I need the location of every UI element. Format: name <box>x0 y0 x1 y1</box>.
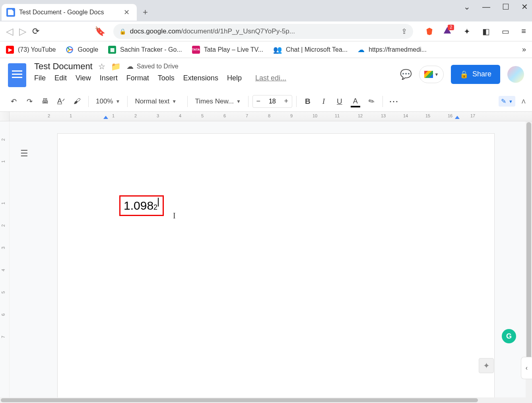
separator <box>382 96 383 107</box>
bookmark-youtube[interactable]: ▶ (73) YouTube <box>6 46 56 54</box>
brave-rewards-icon[interactable]: 2 <box>443 26 452 37</box>
highlighted-text-box: 1.0982 <box>119 195 164 216</box>
document-outline-button[interactable]: ☰ <box>17 146 32 161</box>
document-content[interactable]: 1.0982 <box>119 195 164 216</box>
menu-bar: File Edit View Insert Format Tools Exten… <box>34 74 392 82</box>
reload-button[interactable]: ⟳ <box>32 26 39 37</box>
window-maximize-button[interactable]: ☐ <box>502 2 509 12</box>
wallet-icon[interactable]: ▭ <box>502 27 509 36</box>
ruler-mark: 5 <box>1 291 6 294</box>
font-size-decrease[interactable]: − <box>253 95 264 107</box>
last-edit-link[interactable]: Last edi... <box>255 74 286 82</box>
share-url-icon[interactable]: ⇪ <box>401 27 407 36</box>
save-status-text: Saved to Drive <box>137 63 179 70</box>
grammarly-button[interactable]: G <box>502 329 516 343</box>
tata-icon: TATA <box>192 46 200 54</box>
document-page[interactable]: 1.0982 I <box>57 133 495 403</box>
bookmark-teams[interactable]: 👥 Chat | Microsoft Tea... <box>273 45 348 54</box>
document-area: 211234567 ☰ 1.0982 I G ✦ ‹ <box>0 121 532 403</box>
horizontal-ruler[interactable]: 211234567891011121314151617 <box>0 112 532 121</box>
extensions-icon[interactable]: ✦ <box>464 27 470 36</box>
move-icon[interactable]: 📁 <box>111 62 121 71</box>
vertical-ruler[interactable]: 211234567 <box>0 121 10 403</box>
comments-icon[interactable]: 💬 <box>400 69 412 80</box>
url-text: docs.google.com/document/d/1hP_y_UsnQ7Yo… <box>130 27 295 35</box>
paragraph-style-dropdown[interactable]: Normal text ▼ <box>132 97 183 105</box>
menu-edit[interactable]: Edit <box>54 74 67 82</box>
ruler-mark: 1 <box>70 113 72 118</box>
scrollbar-thumb[interactable] <box>1 398 478 402</box>
scrollbar-thumb[interactable] <box>526 122 531 361</box>
underline-button[interactable]: U <box>332 94 347 109</box>
bold-button[interactable]: B <box>301 94 315 109</box>
new-tab-button[interactable]: + <box>143 7 148 18</box>
share-button[interactable]: 🔒 Share <box>451 65 500 84</box>
menu-file[interactable]: File <box>34 74 46 82</box>
menu-format[interactable]: Format <box>126 74 149 82</box>
toolbar-more-button[interactable]: ⋯ <box>387 94 401 109</box>
undo-button[interactable]: ↶ <box>6 94 21 109</box>
onedrive-icon: ☁ <box>357 45 365 54</box>
window-close-button[interactable]: ✕ <box>521 2 528 12</box>
window-dropdown-icon[interactable]: ⌄ <box>464 2 470 12</box>
menu-view[interactable]: View <box>76 74 91 82</box>
menu-insert[interactable]: Insert <box>100 74 118 82</box>
menu-extensions[interactable]: Extensions <box>183 74 218 82</box>
brave-shield-icon[interactable] <box>425 27 434 36</box>
italic-button[interactable]: I <box>316 94 331 109</box>
save-status[interactable]: ☁ Saved to Drive <box>126 62 179 71</box>
editing-mode-dropdown[interactable]: ✎ ▼ <box>499 96 515 107</box>
bookmark-label: Chat | Microsoft Tea... <box>286 46 348 53</box>
collapse-toolbar-button[interactable]: ᐱ <box>522 98 526 105</box>
font-dropdown[interactable]: Times New... ▼ <box>192 97 244 105</box>
nav-forward-button[interactable]: ▷ <box>19 26 26 37</box>
superscript-number: 2 <box>153 203 157 212</box>
text-color-button[interactable]: A <box>348 94 363 109</box>
font-size-increase[interactable]: + <box>281 95 292 107</box>
google-icon <box>66 46 74 54</box>
menu-help[interactable]: Help <box>227 74 242 82</box>
ruler-mark: 6 <box>1 313 6 316</box>
share-label: Share <box>472 70 491 78</box>
account-avatar[interactable] <box>507 66 524 83</box>
horizontal-scrollbar[interactable] <box>0 397 526 403</box>
meet-icon <box>424 71 433 78</box>
pencil-icon: ✎ <box>501 97 506 105</box>
lock-icon: 🔒 <box>119 28 126 35</box>
bookmark-page-icon[interactable]: 🔖 <box>95 26 105 37</box>
ruler-mark: 7 <box>1 336 6 338</box>
sidebar-toggle-icon[interactable]: ◧ <box>482 27 490 36</box>
ruler-mark: 8 <box>268 113 270 118</box>
print-button[interactable]: 🖶 <box>38 94 52 109</box>
bookmark-google[interactable]: Google <box>66 46 98 54</box>
bookmark-framedmedi[interactable]: ☁ https://framedmedi... <box>357 45 427 54</box>
side-panel-toggle[interactable]: ‹ <box>521 357 532 379</box>
ruler-mark: 3 <box>1 247 6 249</box>
star-icon[interactable]: ☆ <box>98 62 105 71</box>
tab-close-button[interactable]: ✕ <box>121 7 132 18</box>
window-minimize-button[interactable]: ― <box>482 2 490 12</box>
redo-button[interactable]: ↷ <box>22 94 37 109</box>
separator <box>248 96 249 107</box>
browser-tab-active[interactable]: Test Document - Google Docs ✕ <box>2 4 137 21</box>
document-title[interactable]: Test Document <box>34 61 93 72</box>
nav-back-button[interactable]: ◁ <box>6 26 13 37</box>
browser-menu-icon[interactable]: ≡ <box>521 27 526 36</box>
explore-button[interactable]: ✦ <box>479 358 494 373</box>
bookmark-tata[interactable]: TATA Tata Play – Live TV... <box>192 46 263 54</box>
zoom-dropdown[interactable]: 100% ▼ <box>93 97 123 105</box>
indent-marker-icon[interactable] <box>103 116 108 119</box>
bookmarks-overflow-button[interactable]: » <box>522 45 526 54</box>
chevron-down-icon: ▼ <box>172 99 177 104</box>
ruler-mark: 5 <box>201 113 204 118</box>
menu-tools[interactable]: Tools <box>158 74 175 82</box>
bookmark-sheets[interactable]: ▦ Sachin Tracker - Go... <box>108 46 182 54</box>
font-size-value[interactable]: 18 <box>264 98 281 105</box>
meet-button[interactable]: ▼ <box>419 66 444 83</box>
highlight-button[interactable]: ✎ <box>361 92 381 111</box>
spellcheck-button[interactable]: Aᐟ <box>54 94 68 109</box>
right-indent-marker-icon[interactable] <box>455 116 460 119</box>
docs-logo-icon[interactable] <box>8 63 26 87</box>
paint-format-button[interactable]: 🖌 <box>70 94 84 109</box>
address-bar[interactable]: 🔒 docs.google.com/document/d/1hP_y_UsnQ7… <box>113 24 414 39</box>
